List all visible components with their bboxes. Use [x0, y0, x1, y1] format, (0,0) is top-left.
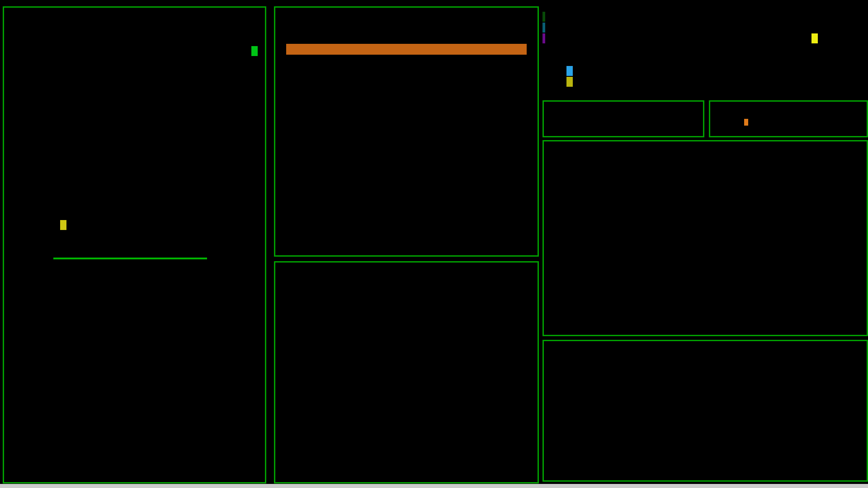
matter-bar — [542, 33, 545, 43]
core-bar — [542, 12, 545, 22]
hacking-panel — [3, 6, 266, 483]
warning-badge — [811, 33, 818, 43]
results-panel — [274, 261, 539, 483]
detection-line — [19, 209, 66, 220]
security-level-banner — [286, 44, 527, 55]
game-screen — [0, 0, 868, 488]
active-badge — [251, 46, 258, 56]
evasion-panel — [709, 100, 868, 137]
time-line — [544, 87, 568, 98]
parts-panel — [542, 140, 868, 336]
scan-panel — [542, 100, 704, 137]
movement-line — [544, 66, 580, 77]
detected-badge — [60, 220, 66, 230]
loc-line — [705, 87, 729, 98]
temp-line — [544, 55, 576, 66]
energy-bar — [542, 23, 545, 33]
inventory-list — [544, 341, 867, 480]
target-panel — [274, 6, 539, 257]
trace-track — [53, 254, 207, 263]
parts-list — [544, 141, 867, 335]
trace-line — [53, 258, 207, 259]
inventory-panel — [542, 340, 868, 482]
avoidance-indicator — [744, 119, 748, 126]
avoidance-line — [715, 105, 754, 116]
bottom-strip — [0, 484, 868, 488]
slow-badge — [566, 77, 573, 87]
trace-progress-bar — [22, 242, 209, 253]
